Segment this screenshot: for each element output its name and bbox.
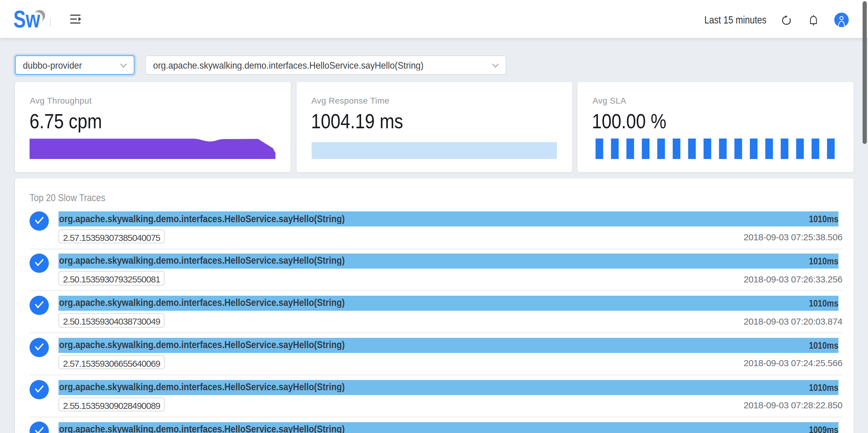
svg-text:Sw: Sw <box>14 6 40 33</box>
